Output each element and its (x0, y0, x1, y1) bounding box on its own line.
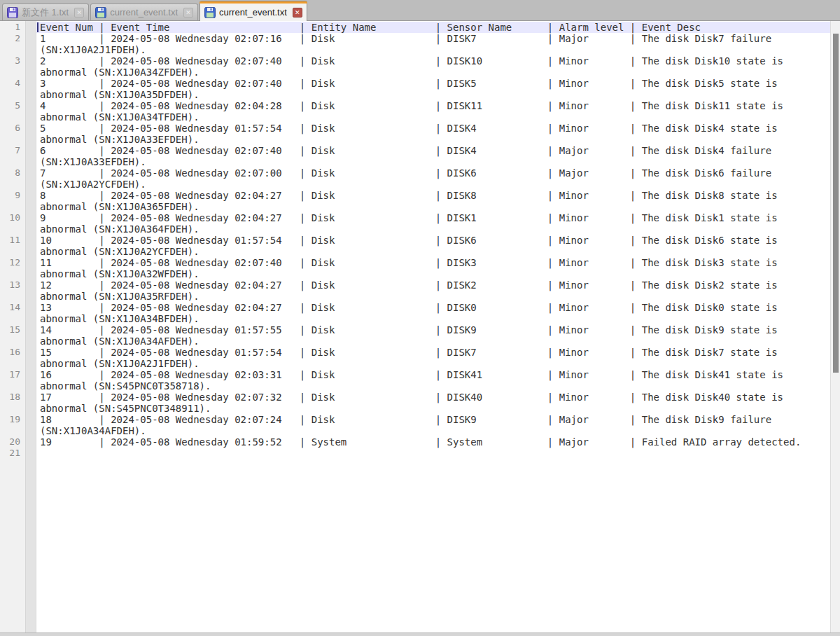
editor-line: 98 | 2024-05-08 Wednesday 02:04:27 | Dis… (0, 190, 830, 212)
tab-title: 新文件 1.txt (22, 6, 69, 19)
line-number: 3 (0, 55, 25, 67)
text-caret (37, 22, 38, 32)
line-number: 10 (0, 212, 25, 223)
line-text[interactable]: 8 | 2024-05-08 Wednesday 02:04:27 | Disk… (40, 190, 825, 212)
line-number: 11 (0, 235, 25, 246)
line-content[interactable]: 5 | 2024-05-08 Wednesday 01:57:54 | Disk… (36, 123, 830, 145)
editor-window: 新文件 1.txt current_event.txt current_even… (0, 0, 840, 636)
floppy-disk-icon (95, 7, 106, 18)
editor-line: 65 | 2024-05-08 Wednesday 01:57:54 | Dis… (0, 123, 830, 145)
tab-new-file-1[interactable]: 新文件 1.txt (2, 4, 89, 20)
line-text[interactable]: 5 | 2024-05-08 Wednesday 01:57:54 | Disk… (40, 123, 825, 145)
tab-close-icon[interactable] (183, 8, 193, 18)
editor-line: 1Event Num | Event Time | Entity Name | … (0, 22, 830, 33)
tab-bar: 新文件 1.txt current_event.txt current_even… (0, 0, 840, 21)
line-text[interactable]: 16 | 2024-05-08 Wednesday 02:03:31 | Dis… (40, 369, 825, 392)
line-number: 13 (0, 279, 25, 291)
line-content[interactable]: 17 | 2024-05-08 Wednesday 02:07:32 | Dis… (36, 392, 830, 414)
line-number: 19 (0, 414, 25, 425)
line-content[interactable]: 8 | 2024-05-08 Wednesday 02:04:27 | Disk… (36, 190, 830, 212)
line-content[interactable]: 14 | 2024-05-08 Wednesday 01:57:55 | Dis… (36, 324, 830, 347)
vertical-scrollbar[interactable] (830, 21, 840, 632)
tab-current-event-1[interactable]: current_event.txt (90, 4, 198, 20)
line-content[interactable]: 19 | 2024-05-08 Wednesday 01:59:52 | Sys… (36, 436, 830, 448)
line-content[interactable]: 12 | 2024-05-08 Wednesday 02:04:27 | Dis… (36, 279, 830, 302)
scrollbar-thumb[interactable] (833, 34, 839, 373)
line-text[interactable]: 19 | 2024-05-08 Wednesday 01:59:52 | Sys… (40, 436, 825, 448)
line-content[interactable]: 6 | 2024-05-08 Wednesday 02:07:40 | Disk… (36, 145, 830, 167)
line-content[interactable]: 10 | 2024-05-08 Wednesday 01:57:54 | Dis… (36, 235, 830, 257)
tab-close-icon[interactable] (74, 8, 84, 18)
line-content[interactable]: 11 | 2024-05-08 Wednesday 02:07:40 | Dis… (36, 257, 830, 279)
line-text[interactable]: 10 | 2024-05-08 Wednesday 01:57:54 | Dis… (40, 235, 825, 257)
line-content[interactable]: 1 | 2024-05-08 Wednesday 02:07:16 | Disk… (36, 33, 830, 55)
line-number: 12 (0, 257, 25, 268)
line-number: 1 (0, 22, 25, 33)
line-text[interactable]: 9 | 2024-05-08 Wednesday 02:04:27 | Disk… (40, 212, 825, 235)
editor-line: 32 | 2024-05-08 Wednesday 02:07:40 | Dis… (0, 55, 830, 78)
line-number: 17 (0, 369, 25, 380)
editor-line: 54 | 2024-05-08 Wednesday 02:04:28 | Dis… (0, 100, 830, 123)
line-text[interactable]: Event Num | Event Time | Entity Name | S… (40, 22, 825, 33)
line-number: 8 (0, 167, 25, 179)
line-text[interactable]: 14 | 2024-05-08 Wednesday 01:57:55 | Dis… (40, 324, 825, 347)
editor-line: 1918 | 2024-05-08 Wednesday 02:07:24 | D… (0, 414, 830, 436)
line-text[interactable]: 2 | 2024-05-08 Wednesday 02:07:40 | Disk… (40, 55, 825, 78)
editor-line: 1413 | 2024-05-08 Wednesday 02:04:27 | D… (0, 302, 830, 324)
editor-line: 1817 | 2024-05-08 Wednesday 02:07:32 | D… (0, 392, 830, 414)
line-number: 6 (0, 123, 25, 134)
line-text[interactable]: 6 | 2024-05-08 Wednesday 02:07:40 | Disk… (40, 145, 825, 167)
line-text[interactable]: 15 | 2024-05-08 Wednesday 01:57:54 | Dis… (40, 347, 825, 369)
tab-current-event-active[interactable]: current_event.txt (200, 1, 307, 21)
editor-line: 1312 | 2024-05-08 Wednesday 02:04:27 | D… (0, 279, 830, 302)
editor-line: 109 | 2024-05-08 Wednesday 02:04:27 | Di… (0, 212, 830, 235)
line-content[interactable]: 7 | 2024-05-08 Wednesday 02:07:00 | Disk… (36, 167, 830, 190)
line-text[interactable]: 11 | 2024-05-08 Wednesday 02:07:40 | Dis… (40, 257, 825, 279)
line-content[interactable]: 13 | 2024-05-08 Wednesday 02:04:27 | Dis… (36, 302, 830, 324)
editor-line: 1615 | 2024-05-08 Wednesday 01:57:54 | D… (0, 347, 830, 369)
status-strip (0, 632, 840, 636)
line-number: 7 (0, 145, 25, 156)
editor-line: 1716 | 2024-05-08 Wednesday 02:03:31 | D… (0, 369, 830, 392)
floppy-disk-icon (204, 7, 216, 18)
tab-title: current_event.txt (219, 7, 287, 18)
editor-line: 1110 | 2024-05-08 Wednesday 01:57:54 | D… (0, 235, 830, 257)
editor-line: 76 | 2024-05-08 Wednesday 02:07:40 | Dis… (0, 145, 830, 167)
line-number: 2 (0, 33, 25, 44)
line-content[interactable]: 3 | 2024-05-08 Wednesday 02:07:40 | Disk… (36, 78, 830, 100)
editor-line: 1514 | 2024-05-08 Wednesday 01:57:55 | D… (0, 324, 830, 347)
floppy-disk-icon (7, 7, 18, 18)
line-content[interactable] (36, 448, 830, 459)
line-number: 20 (0, 436, 25, 448)
line-text[interactable]: 18 | 2024-05-08 Wednesday 02:07:24 | Dis… (40, 414, 825, 436)
line-content[interactable]: 9 | 2024-05-08 Wednesday 02:04:27 | Disk… (36, 212, 830, 235)
line-text[interactable]: 4 | 2024-05-08 Wednesday 02:04:28 | Disk… (40, 100, 825, 123)
editor-line: 87 | 2024-05-08 Wednesday 02:07:00 | Dis… (0, 167, 830, 190)
line-number: 21 (0, 448, 25, 459)
line-content[interactable]: 18 | 2024-05-08 Wednesday 02:07:24 | Dis… (36, 414, 830, 436)
text-editor-area[interactable]: 1Event Num | Event Time | Entity Name | … (0, 21, 840, 632)
editor-line: 21 (0, 448, 830, 459)
editor-line: 43 | 2024-05-08 Wednesday 02:07:40 | Dis… (0, 78, 830, 100)
line-content[interactable]: 15 | 2024-05-08 Wednesday 01:57:54 | Dis… (36, 347, 830, 369)
line-content[interactable]: 2 | 2024-05-08 Wednesday 02:07:40 | Disk… (36, 55, 830, 78)
document-lines: 1Event Num | Event Time | Entity Name | … (0, 22, 830, 459)
line-number: 9 (0, 190, 25, 201)
line-text[interactable]: 1 | 2024-05-08 Wednesday 02:07:16 | Disk… (40, 33, 825, 55)
line-content[interactable]: 4 | 2024-05-08 Wednesday 02:04:28 | Disk… (36, 100, 830, 123)
line-text[interactable]: 17 | 2024-05-08 Wednesday 02:07:32 | Dis… (40, 392, 825, 414)
editor-line: 21 | 2024-05-08 Wednesday 02:07:16 | Dis… (0, 33, 830, 55)
line-number: 5 (0, 100, 25, 111)
line-text[interactable]: 13 | 2024-05-08 Wednesday 02:04:27 | Dis… (40, 302, 825, 324)
line-number: 4 (0, 78, 25, 89)
line-number: 14 (0, 302, 25, 313)
line-content[interactable]: Event Num | Event Time | Entity Name | S… (36, 22, 830, 33)
line-number: 18 (0, 392, 25, 403)
line-content[interactable]: 16 | 2024-05-08 Wednesday 02:03:31 | Dis… (36, 369, 830, 392)
tab-close-icon[interactable] (293, 8, 302, 18)
editor-line: 1211 | 2024-05-08 Wednesday 02:07:40 | D… (0, 257, 830, 279)
editor-line: 2019 | 2024-05-08 Wednesday 01:59:52 | S… (0, 436, 830, 448)
line-text[interactable]: 12 | 2024-05-08 Wednesday 02:04:27 | Dis… (40, 279, 825, 302)
line-text[interactable]: 3 | 2024-05-08 Wednesday 02:07:40 | Disk… (40, 78, 825, 100)
line-text[interactable]: 7 | 2024-05-08 Wednesday 02:07:00 | Disk… (40, 167, 825, 190)
